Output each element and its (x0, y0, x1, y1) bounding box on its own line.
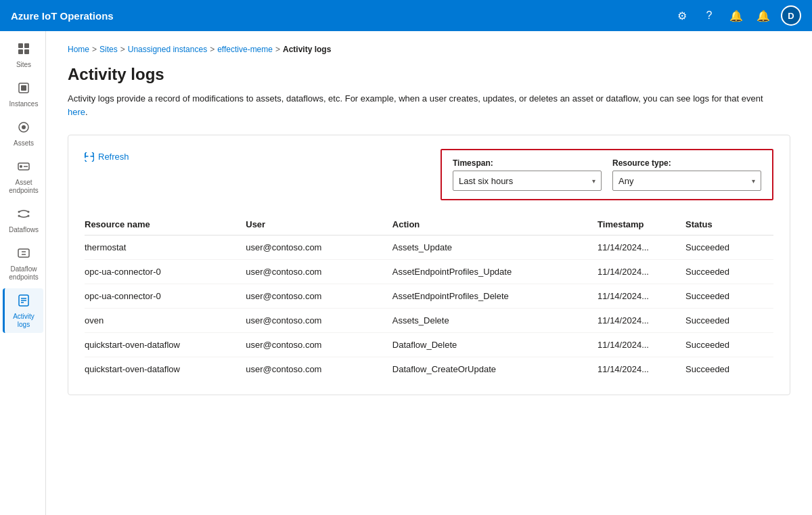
help-icon[interactable]: ? (700, 6, 719, 25)
activity-log-table: Resource name User Action Timestamp Stat… (85, 214, 773, 381)
cell-action[interactable]: Dataflow_CreateOrUpdate (392, 357, 597, 382)
table-row: quickstart-oven-dataflowuser@contoso.com… (85, 357, 773, 382)
page-title: Activity logs (68, 65, 790, 84)
sidebar-item-asset-endpoints[interactable]: Asset endpoints (3, 154, 43, 199)
cell-timestamp: 11/14/2024... (597, 260, 685, 284)
col-header-status: Status (685, 214, 773, 236)
svg-rect-5 (21, 85, 26, 91)
col-header-action: Action (392, 214, 597, 236)
svg-rect-1 (24, 43, 29, 48)
col-header-timestamp: Timestamp (597, 214, 685, 236)
sidebar-item-assets[interactable]: Assets (3, 115, 43, 152)
resource-type-label: Resource type: (612, 158, 761, 168)
table-body: thermostatuser@contoso.comAssets_Update1… (85, 236, 773, 382)
table-row: ovenuser@contoso.comAssets_Delete11/14/2… (85, 309, 773, 333)
dataflow-endpoints-icon (17, 246, 30, 263)
resource-type-select[interactable]: Any ▾ (612, 171, 761, 191)
cell-status: Succeeded (685, 260, 773, 284)
cell-timestamp: 11/14/2024... (597, 333, 685, 357)
user-avatar[interactable]: D (781, 5, 801, 26)
cell-timestamp: 11/14/2024... (597, 309, 685, 333)
cell-user: user@contoso.com (246, 236, 392, 260)
col-header-resource-name: Resource name (85, 214, 246, 236)
cell-status: Succeeded (685, 309, 773, 333)
cell-resource-name[interactable]: quickstart-oven-dataflow (85, 333, 246, 357)
timespan-value: Last six hours (459, 176, 513, 186)
cell-user: user@contoso.com (246, 284, 392, 309)
svg-rect-2 (18, 49, 23, 54)
description-here-link[interactable]: here (68, 107, 85, 117)
table-row: quickstart-oven-dataflowuser@contoso.com… (85, 333, 773, 357)
page-description: Activity logs provide a record of modifi… (68, 92, 785, 118)
notifications-icon[interactable]: 🔔 (754, 6, 773, 25)
breadcrumb-sites[interactable]: Sites (99, 45, 118, 54)
cell-action[interactable]: Assets_Update (392, 236, 597, 260)
cell-action[interactable]: Dataflow_Delete (392, 333, 597, 357)
sidebar-item-label-activity-logs: Activity logs (7, 313, 41, 329)
cell-resource-name[interactable]: quickstart-oven-dataflow (85, 357, 246, 382)
sidebar-item-dataflows[interactable]: Dataflows (3, 202, 43, 238)
resource-type-value: Any (618, 176, 633, 186)
svg-point-7 (22, 125, 26, 129)
cell-resource-name[interactable]: opc-ua-connector-0 (85, 284, 246, 309)
cell-action[interactable]: AssetEndpointProfiles_Update (392, 260, 597, 284)
dataflows-icon (17, 207, 30, 224)
timespan-select[interactable]: Last six hours ▾ (453, 171, 602, 191)
assets-icon (17, 120, 30, 137)
sidebar-item-label-dataflow-endpoints: Dataflow endpoints (7, 265, 41, 282)
settings-icon[interactable]: ⚙ (673, 6, 692, 25)
col-header-user: User (246, 214, 392, 236)
resource-type-filter-group: Resource type: Any ▾ (612, 158, 761, 191)
sidebar-item-activity-logs[interactable]: Activity logs (3, 288, 43, 333)
svg-rect-3 (24, 49, 29, 54)
svg-rect-0 (18, 43, 23, 48)
sidebar-item-instances[interactable]: Instances (3, 76, 43, 112)
cell-action[interactable]: Assets_Delete (392, 309, 597, 333)
cell-resource-name[interactable]: thermostat (85, 236, 246, 260)
filters-panel: Timespan: Last six hours ▾ Resource type… (441, 149, 773, 200)
sidebar-item-dataflow-endpoints[interactable]: Dataflow endpoints (3, 241, 43, 286)
topnav-icons: ⚙ ? 🔔 🔔 D (673, 5, 801, 26)
cell-status: Succeeded (685, 333, 773, 357)
svg-point-12 (28, 211, 30, 213)
cell-action[interactable]: AssetEndpointProfiles_Delete (392, 284, 597, 309)
card-toolbar: Refresh Timespan: Last six hours ▾ Resou… (85, 149, 773, 200)
cell-user: user@contoso.com (246, 260, 392, 284)
main-content: Home > Sites > Unassigned instances > ef… (46, 31, 812, 515)
breadcrumb-effective-meme[interactable]: effective-meme (217, 45, 273, 54)
table-row: thermostatuser@contoso.comAssets_Update1… (85, 236, 773, 260)
asset-endpoints-icon (17, 160, 30, 177)
sidebar-item-sites[interactable]: Sites (3, 37, 43, 73)
cell-timestamp: 11/14/2024... (597, 236, 685, 260)
cell-resource-name[interactable]: opc-ua-connector-0 (85, 260, 246, 284)
activity-log-card: Refresh Timespan: Last six hours ▾ Resou… (68, 135, 790, 395)
cell-user: user@contoso.com (246, 333, 392, 357)
activity-logs-icon (17, 294, 30, 311)
cell-status: Succeeded (685, 357, 773, 382)
resource-type-chevron-icon: ▾ (752, 177, 755, 185)
refresh-button[interactable]: Refresh (85, 149, 129, 164)
feedback-icon[interactable]: 🔔 (727, 6, 746, 25)
cell-status: Succeeded (685, 236, 773, 260)
cell-user: user@contoso.com (246, 309, 392, 333)
sidebar-item-label-instances: Instances (9, 100, 39, 108)
cell-status: Succeeded (685, 284, 773, 309)
cell-user: user@contoso.com (246, 357, 392, 382)
breadcrumb-unassigned-instances[interactable]: Unassigned instances (128, 45, 207, 54)
timespan-chevron-icon: ▾ (592, 177, 595, 185)
svg-point-14 (28, 215, 30, 217)
cell-resource-name[interactable]: oven (85, 309, 246, 333)
refresh-icon (85, 152, 94, 162)
refresh-label: Refresh (98, 152, 129, 162)
table-row: opc-ua-connector-0user@contoso.comAssetE… (85, 284, 773, 309)
main-layout: Sites Instances Assets (0, 31, 812, 515)
timespan-label: Timespan: (453, 158, 602, 168)
timespan-filter-group: Timespan: Last six hours ▾ (453, 158, 602, 191)
sidebar-item-label-asset-endpoints: Asset endpoints (7, 179, 41, 195)
sidebar-item-label-sites: Sites (16, 61, 31, 69)
topnav: Azure IoT Operations ⚙ ? 🔔 🔔 D (0, 0, 812, 31)
instances-icon (17, 81, 30, 98)
breadcrumb-home[interactable]: Home (68, 45, 89, 54)
sites-icon (17, 42, 30, 59)
breadcrumb: Home > Sites > Unassigned instances > ef… (68, 45, 790, 54)
